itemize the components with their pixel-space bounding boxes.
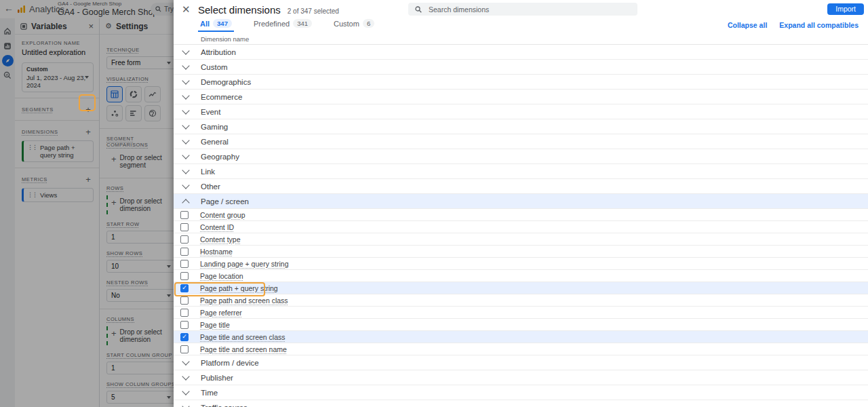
category-label: Geography xyxy=(201,153,239,161)
checkbox-icon[interactable] xyxy=(180,309,189,317)
category-label: Time xyxy=(201,389,218,397)
dimension-item-row[interactable]: Page title xyxy=(174,319,868,331)
dimension-item-label: Page title and screen name xyxy=(200,345,287,353)
dimension-category-row[interactable]: Attribution xyxy=(174,45,868,60)
import-button[interactable]: Import xyxy=(827,3,864,15)
category-label: Page / screen xyxy=(201,197,249,206)
checkbox-icon[interactable] xyxy=(180,296,189,305)
dimension-category-row[interactable]: Page / screen xyxy=(174,194,868,209)
search-icon xyxy=(415,6,422,13)
dimension-item-label: Content group xyxy=(200,211,245,219)
category-label: Custom xyxy=(201,63,228,71)
chevron-down-icon[interactable] xyxy=(182,80,190,83)
chevron-up-icon[interactable] xyxy=(182,197,190,206)
dimension-item-row[interactable]: Page referrer xyxy=(174,307,868,319)
chevron-down-icon[interactable] xyxy=(182,110,190,113)
dimension-item-row[interactable]: Page path and screen class xyxy=(174,294,868,307)
chevron-down-icon[interactable] xyxy=(182,170,190,173)
checkbox-checked-icon[interactable]: ✓ xyxy=(180,333,189,341)
chevron-down-icon[interactable] xyxy=(182,185,190,188)
tab-predefined[interactable]: Predefined341 xyxy=(252,18,314,32)
checkbox-icon[interactable] xyxy=(180,272,189,280)
dimension-item-label: Landing page + query string xyxy=(200,260,288,268)
dimension-category-row[interactable]: Geography xyxy=(174,149,868,164)
select-dimensions-dialog: ✕ Select dimensions2 of 347 selected Imp… xyxy=(174,0,868,407)
chevron-down-icon[interactable] xyxy=(182,140,190,143)
checkbox-icon[interactable] xyxy=(180,345,189,353)
expand-all-compatibles-link[interactable]: Expand all compatibles xyxy=(779,21,859,29)
dimension-category-row[interactable]: Publisher xyxy=(174,370,868,385)
chevron-down-icon[interactable] xyxy=(182,361,190,364)
dimension-search[interactable] xyxy=(408,3,637,16)
dimension-item-row[interactable]: Content group xyxy=(174,209,868,221)
modal-scrim xyxy=(0,0,174,407)
tab-custom[interactable]: Custom6 xyxy=(332,18,376,32)
collapse-all-link[interactable]: Collapse all xyxy=(728,21,767,29)
category-label: Platform / device xyxy=(201,359,259,367)
dimension-rows: AttributionCustomDemographicsEcommerceEv… xyxy=(174,45,868,407)
dimension-category-row[interactable]: Gaming xyxy=(174,119,868,134)
checkbox-icon[interactable] xyxy=(180,223,189,231)
chevron-down-icon[interactable] xyxy=(182,155,190,158)
dimension-item-label: Page path and screen class xyxy=(200,296,288,305)
dimension-category-row[interactable]: Time xyxy=(174,385,868,400)
dialog-tabs: All347 Predefined341 Custom6 xyxy=(198,18,376,32)
category-label: Traffic source xyxy=(201,404,248,407)
chevron-down-icon[interactable] xyxy=(182,95,190,98)
tab-all-count: 347 xyxy=(213,19,232,28)
dimension-category-row[interactable]: Custom xyxy=(174,60,868,75)
dimension-item-label: Page title and screen class xyxy=(200,333,285,341)
dimension-category-row[interactable]: Link xyxy=(174,164,868,179)
dimension-search-input[interactable] xyxy=(427,5,613,14)
checkbox-icon[interactable] xyxy=(180,260,189,268)
checkbox-checked-icon[interactable]: ✓ xyxy=(180,284,189,292)
dimension-item-row[interactable]: Page title and screen name xyxy=(174,343,868,355)
dimension-list: Dimension name AttributionCustomDemograp… xyxy=(174,34,868,407)
dimension-item-label: Content type xyxy=(200,235,241,244)
dimension-item-label: Page location xyxy=(200,272,243,280)
dimension-item-row[interactable]: Hostname xyxy=(174,246,868,258)
category-label: Attribution xyxy=(201,48,236,56)
category-label: Publisher xyxy=(201,374,233,382)
dimension-item-label: Page title xyxy=(200,321,230,329)
dimension-item-row[interactable]: Content ID xyxy=(174,221,868,233)
dimension-category-row[interactable]: Traffic source xyxy=(174,400,868,407)
chevron-down-icon[interactable] xyxy=(182,376,190,379)
category-label: General xyxy=(201,138,229,146)
category-label: Other xyxy=(201,182,220,191)
checkbox-icon[interactable] xyxy=(180,235,189,244)
category-label: Demographics xyxy=(201,78,251,86)
tab-all[interactable]: All347 xyxy=(198,18,234,32)
chevron-down-icon[interactable] xyxy=(182,125,190,128)
dimension-category-row[interactable]: Ecommerce xyxy=(174,90,868,104)
dimension-list-header: Dimension name xyxy=(174,34,868,45)
close-dialog-icon[interactable]: ✕ xyxy=(182,3,191,16)
chevron-down-icon[interactable] xyxy=(182,391,190,394)
category-label: Event xyxy=(201,108,220,116)
category-label: Ecommerce xyxy=(201,93,242,101)
category-label: Link xyxy=(201,168,215,176)
dimension-item-label: Hostname xyxy=(200,248,233,256)
dimension-item-row[interactable]: ✓Page path + query string xyxy=(174,282,868,294)
dimension-category-row[interactable]: Other xyxy=(174,179,868,194)
dimension-item-row[interactable]: ✓Page title and screen class xyxy=(174,331,868,343)
selected-summary: 2 of 347 selected xyxy=(288,7,339,15)
tab-custom-count: 6 xyxy=(363,19,374,28)
dimension-item-row[interactable]: Landing page + query string xyxy=(174,258,868,270)
dimension-category-row[interactable]: Event xyxy=(174,104,868,119)
chevron-down-icon[interactable] xyxy=(182,50,190,54)
category-label: Gaming xyxy=(201,123,228,131)
dimension-category-row[interactable]: Demographics xyxy=(174,75,868,90)
chevron-down-icon[interactable] xyxy=(182,65,190,69)
dimension-item-row[interactable]: Content type xyxy=(174,233,868,246)
dimension-item-label: Page referrer xyxy=(200,309,242,317)
checkbox-icon[interactable] xyxy=(180,211,189,219)
highlight-box-add-dimension xyxy=(79,94,96,111)
dimension-category-row[interactable]: General xyxy=(174,134,868,149)
dialog-title: Select dimensions2 of 347 selected xyxy=(198,4,339,16)
checkbox-icon[interactable] xyxy=(180,248,189,256)
dimension-category-row[interactable]: Platform / device xyxy=(174,355,868,370)
checkbox-icon[interactable] xyxy=(180,321,189,329)
dimension-item-label: Content ID xyxy=(200,223,234,231)
dimension-item-row[interactable]: Page location xyxy=(174,270,868,282)
